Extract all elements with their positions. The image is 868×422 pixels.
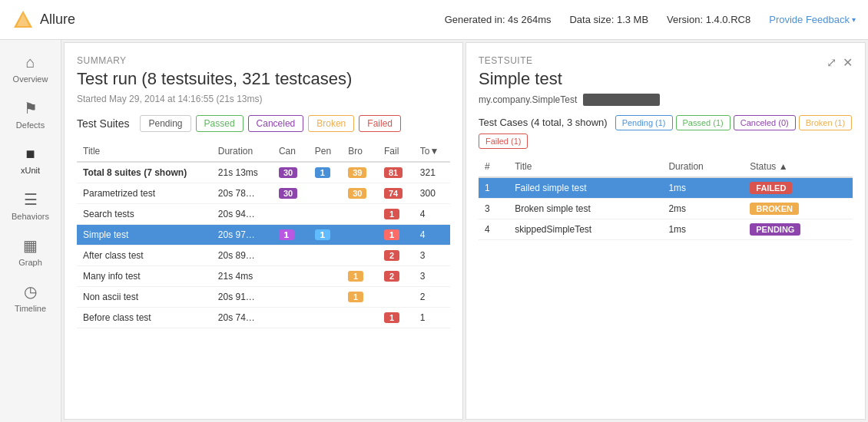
generated-in: Generated in: 4s 264ms (445, 14, 552, 25)
suite-failed: 1 (378, 204, 414, 225)
case-num: 4 (479, 219, 509, 240)
suite-duration: 20s 74… (212, 308, 273, 328)
sidebar: ⌂ Overview ⚑ Defects ■ xUnit ☰ Behaviors… (0, 40, 61, 422)
suite-pending (309, 183, 342, 204)
suite-canceled (273, 308, 309, 328)
suite-canceled: 1 (273, 225, 309, 246)
testsuite-path-bar (583, 94, 660, 106)
col-pen: Pen (309, 141, 342, 162)
data-size: Data size: 1.3 MB (569, 14, 648, 25)
suite-broken (342, 246, 378, 266)
table-row[interactable]: Total 8 suites (7 shown)21s 13ms30139813… (77, 162, 450, 183)
suite-pending (309, 246, 342, 266)
suite-total: 3 (414, 266, 450, 287)
allure-logo-icon (12, 9, 34, 31)
suite-broken (342, 225, 378, 246)
table-row[interactable]: After class test20s 89…23 (77, 246, 450, 266)
suite-title: Search tests (77, 204, 212, 225)
suite-canceled: 30 (273, 183, 309, 204)
table-row[interactable]: 3Broken simple test2msBROKEN (479, 199, 853, 219)
suite-total: 321 (414, 162, 450, 183)
cases-filter-failed[interactable]: Failed (1) (479, 134, 528, 149)
clock-icon: ◷ (24, 282, 37, 301)
expand-icon[interactable]: ⤢ (827, 55, 837, 70)
suite-total: 4 (414, 204, 450, 225)
sidebar-item-behaviors[interactable]: ☰ Behaviors (0, 183, 61, 229)
suite-duration: 21s 13ms (212, 162, 273, 183)
filter-passed[interactable]: Passed (196, 115, 244, 132)
case-duration: 1ms (662, 219, 744, 240)
suite-title: Total 8 suites (7 shown) (77, 162, 212, 183)
suite-broken (342, 204, 378, 225)
suite-title: Many info test (77, 266, 212, 287)
cases-filter-broken[interactable]: Broken (1) (799, 115, 852, 130)
table-row[interactable]: Search tests20s 94…14 (77, 204, 450, 225)
case-num: 1 (479, 177, 509, 199)
filter-failed[interactable]: Failed (359, 115, 401, 132)
suite-duration: 20s 91… (212, 287, 273, 308)
table-row[interactable]: Simple test20s 97…1114 (77, 225, 450, 246)
col-title: Title (77, 141, 212, 162)
filter-broken[interactable]: Broken (308, 115, 354, 132)
table-row[interactable]: 1Failed simple test1msFAILED (479, 177, 853, 199)
suite-duration: 21s 4ms (212, 266, 273, 287)
case-duration: 2ms (662, 199, 744, 219)
testsuite-actions: ⤢ ✕ (827, 55, 853, 70)
cases-table: # Title Duration Status ▲ 1Failed simple… (479, 157, 853, 240)
col-status[interactable]: Status ▲ (744, 157, 853, 177)
testsuite-path: my.company.SimpleTest (479, 94, 853, 106)
flag-icon: ⚑ (24, 99, 38, 117)
close-icon[interactable]: ✕ (843, 55, 853, 70)
suite-pending: 1 (309, 162, 342, 183)
suite-title: Simple test (77, 225, 212, 246)
filter-canceled[interactable]: Canceled (248, 115, 304, 132)
suite-total: 300 (414, 183, 450, 204)
table-row[interactable]: Many info test21s 4ms123 (77, 266, 450, 287)
filter-pending[interactable]: Pending (140, 115, 190, 132)
app-header: Allure Generated in: 4s 264ms Data size:… (0, 0, 868, 40)
sidebar-item-timeline[interactable]: ◷ Timeline (0, 275, 61, 321)
cases-filter-canceled[interactable]: Canceled (0) (734, 115, 796, 130)
header-meta: Generated in: 4s 264ms Data size: 1.3 MB… (445, 14, 750, 25)
main-content: Summary Test run (8 testsuites, 321 test… (61, 40, 868, 422)
case-title: Failed simple test (509, 177, 662, 199)
case-status: FAILED (744, 177, 853, 199)
case-num: 3 (479, 199, 509, 219)
table-row[interactable]: Non ascii test20s 91…12 (77, 287, 450, 308)
suite-title: After class test (77, 246, 212, 266)
suite-canceled (273, 287, 309, 308)
case-title: skippedSimpleTest (509, 219, 662, 240)
table-row[interactable]: Parametrized test20s 78…303074300 (77, 183, 450, 204)
suite-failed: 1 (378, 308, 414, 328)
filter-bar-label: Test Suites (77, 117, 129, 130)
col-duration: Duration (212, 141, 273, 162)
sidebar-item-graph[interactable]: ▦ Graph (0, 229, 61, 275)
testsuite-path-text: my.company.SimpleTest (479, 94, 577, 105)
table-row[interactable]: Before class test20s 74…11 (77, 308, 450, 328)
suite-duration: 20s 94… (212, 204, 273, 225)
suite-failed: 2 (378, 266, 414, 287)
suite-failed: 2 (378, 246, 414, 266)
suite-duration: 20s 78… (212, 183, 273, 204)
case-status: PENDING (744, 219, 853, 240)
app-body: ⌂ Overview ⚑ Defects ■ xUnit ☰ Behaviors… (0, 40, 868, 422)
feedback-link[interactable]: Provide Feedback ▾ (769, 14, 856, 25)
col-case-duration: Duration (662, 157, 744, 177)
sidebar-item-defects[interactable]: ⚑ Defects (0, 91, 61, 137)
home-icon: ⌂ (25, 54, 35, 71)
cases-filter-passed[interactable]: Passed (1) (676, 115, 731, 130)
suite-failed: 1 (378, 225, 414, 246)
suite-canceled (273, 204, 309, 225)
suite-broken: 1 (342, 266, 378, 287)
sidebar-item-overview[interactable]: ⌂ Overview (0, 46, 61, 91)
table-row[interactable]: 4skippedSimpleTest1msPENDING (479, 219, 853, 240)
suite-title: Non ascii test (77, 287, 212, 308)
suite-pending (309, 204, 342, 225)
cases-filter-pending[interactable]: Pending (1) (615, 115, 673, 130)
sidebar-item-xunit[interactable]: ■ xUnit (0, 137, 61, 183)
suite-total: 3 (414, 246, 450, 266)
col-total[interactable]: To▼ (414, 141, 450, 162)
suite-failed (378, 287, 414, 308)
col-can: Can (273, 141, 309, 162)
suite-broken (342, 308, 378, 328)
